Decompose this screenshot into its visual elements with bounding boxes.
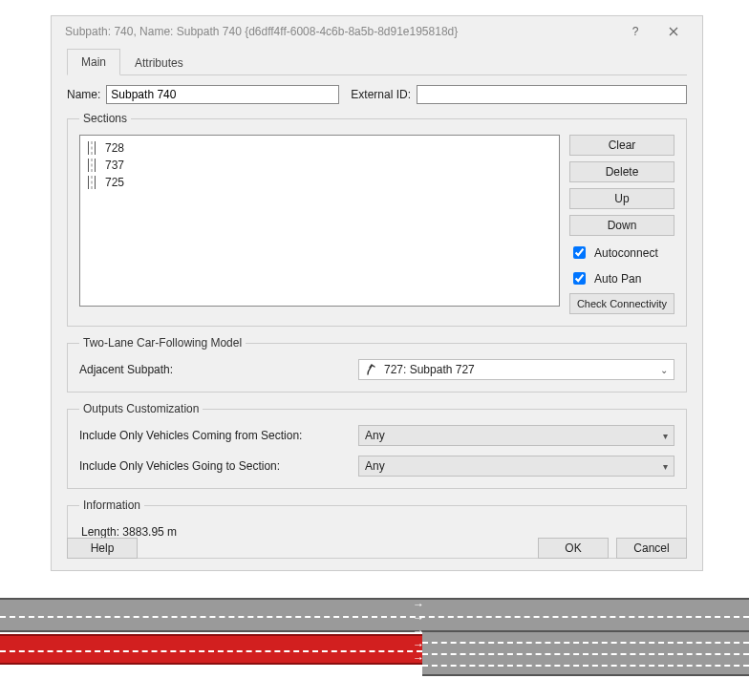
adjacent-subpath-value: 727: Subpath 727: [384, 363, 475, 376]
adjacent-subpath-combo[interactable]: 727: Subpath 727 ⌄: [358, 359, 674, 380]
dialog-footer: Help OK Cancel: [67, 538, 687, 559]
section-id: 728: [105, 141, 124, 155]
chevron-down-icon: ▾: [663, 431, 668, 441]
autoconnect-check[interactable]: Autoconnect: [569, 244, 674, 262]
road-upper: [0, 598, 749, 632]
autopan-checkbox[interactable]: [573, 272, 586, 285]
clear-button[interactable]: Clear: [569, 135, 674, 156]
titlebar: Subpath: 740, Name: Subpath 740 {d6dff4f…: [52, 16, 702, 47]
autopan-check[interactable]: Auto Pan: [569, 269, 674, 287]
help-button[interactable]: Help: [67, 538, 138, 559]
down-button[interactable]: Down: [569, 215, 674, 236]
external-id-input[interactable]: [417, 85, 687, 104]
outputs-legend: Outputs Customization: [79, 402, 203, 415]
road-preview: →→→→→: [0, 598, 749, 684]
from-section-label: Include Only Vehicles Coming from Sectio…: [79, 429, 349, 442]
subpath-dialog: Subpath: 740, Name: Subpath 740 {d6dff4f…: [51, 15, 703, 571]
to-section-label: Include Only Vehicles Going to Section:: [79, 459, 349, 473]
cancel-button[interactable]: Cancel: [616, 538, 687, 559]
sections-group: Sections 728 737 725: [67, 112, 687, 327]
to-section-combo[interactable]: Any ▾: [358, 456, 674, 477]
to-section-value: Any: [365, 459, 385, 473]
external-id-label: External ID:: [351, 88, 411, 101]
tab-content-main: Name: External ID: Sections 728 737: [52, 75, 702, 559]
up-button[interactable]: Up: [569, 188, 674, 209]
section-icon: [86, 141, 97, 155]
section-id: 725: [105, 176, 124, 189]
chevron-down-icon: ⌄: [660, 365, 668, 375]
autopan-label: Auto Pan: [594, 272, 641, 286]
information-legend: Information: [79, 498, 144, 512]
outputs-group: Outputs Customization Include Only Vehic…: [67, 402, 687, 489]
window-title: Subpath: 740, Name: Subpath 740 {d6dff4f…: [65, 25, 616, 38]
name-label: Name:: [67, 88, 100, 101]
tab-bar: Main Attributes: [67, 49, 687, 75]
list-item[interactable]: 728: [86, 139, 553, 157]
tab-main[interactable]: Main: [67, 49, 120, 75]
autoconnect-checkbox[interactable]: [573, 246, 586, 259]
name-row: Name: External ID:: [67, 85, 687, 104]
direction-arrows-icon: →→→→→: [401, 598, 424, 665]
ok-button[interactable]: OK: [538, 538, 609, 559]
adjacent-subpath-label: Adjacent Subpath:: [79, 363, 349, 376]
titlebar-close-button[interactable]: [654, 18, 693, 45]
autoconnect-label: Autoconnect: [594, 246, 658, 260]
close-icon: [669, 27, 678, 36]
tab-attributes[interactable]: Attributes: [120, 50, 198, 75]
subpath-icon: [365, 363, 378, 376]
check-connectivity-button[interactable]: Check Connectivity: [569, 293, 674, 314]
chevron-down-icon: ▾: [663, 461, 668, 472]
section-icon: [86, 176, 97, 189]
sections-list[interactable]: 728 737 725: [79, 135, 560, 307]
road-highlight: [0, 634, 422, 665]
sections-side: Clear Delete Up Down Autoconnect Auto Pa…: [569, 135, 674, 314]
from-section-combo[interactable]: Any ▾: [358, 425, 674, 446]
delete-button[interactable]: Delete: [569, 161, 674, 182]
list-item[interactable]: 725: [86, 174, 553, 191]
sections-legend: Sections: [79, 112, 131, 125]
twolane-group: Two-Lane Car-Following Model Adjacent Su…: [67, 336, 687, 392]
list-item[interactable]: 737: [86, 157, 553, 174]
section-icon: [86, 159, 97, 172]
titlebar-help-button[interactable]: ?: [616, 18, 654, 45]
from-section-value: Any: [365, 429, 385, 442]
section-id: 737: [105, 159, 124, 172]
name-input[interactable]: [106, 85, 339, 104]
twolane-legend: Two-Lane Car-Following Model: [79, 336, 246, 350]
road-lower-right: [422, 632, 749, 676]
